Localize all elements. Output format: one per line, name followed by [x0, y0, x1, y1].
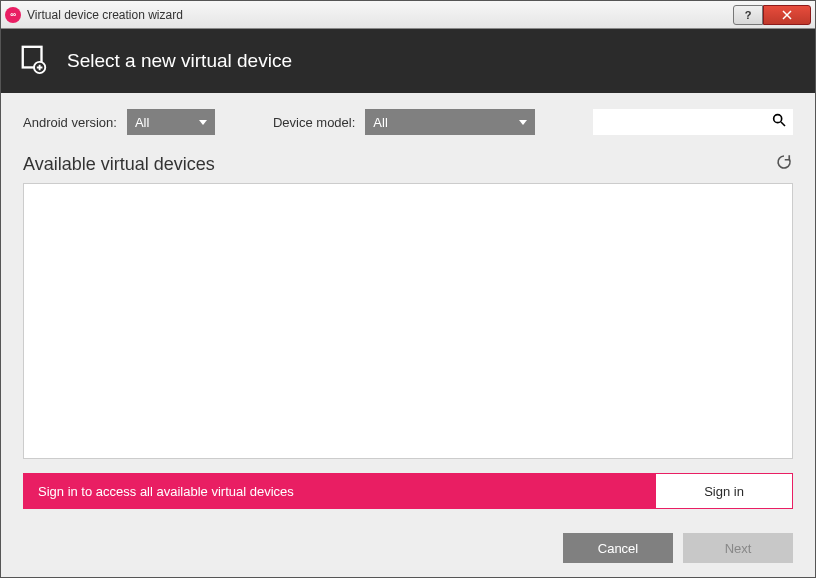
signin-message: Sign in to access all available virtual … [38, 484, 656, 499]
wizard-window: ∞ Virtual device creation wizard ? Selec… [0, 0, 816, 578]
svg-line-3 [781, 122, 785, 126]
content-area: Android version: All Device model: All A… [1, 93, 815, 519]
search-box[interactable] [593, 109, 793, 135]
device-add-icon [19, 44, 49, 78]
titlebar: ∞ Virtual device creation wizard ? [1, 1, 815, 29]
filter-row: Android version: All Device model: All [23, 109, 793, 135]
device-model-select[interactable]: All [365, 109, 535, 135]
wizard-header: Select a new virtual device [1, 29, 815, 93]
device-list[interactable] [23, 183, 793, 459]
device-model-value: All [373, 115, 387, 130]
titlebar-controls: ? [733, 5, 811, 25]
device-model-label: Device model: [273, 115, 355, 130]
refresh-icon[interactable] [775, 153, 793, 175]
search-input[interactable] [599, 115, 771, 130]
svg-point-2 [774, 115, 782, 123]
chevron-down-icon [199, 120, 207, 125]
list-title: Available virtual devices [23, 154, 215, 175]
android-version-select[interactable]: All [127, 109, 215, 135]
window-title: Virtual device creation wizard [27, 8, 733, 22]
android-version-label: Android version: [23, 115, 117, 130]
android-version-value: All [135, 115, 149, 130]
signin-banner: Sign in to access all available virtual … [23, 473, 793, 509]
help-button[interactable]: ? [733, 5, 763, 25]
cancel-button[interactable]: Cancel [563, 533, 673, 563]
footer: Cancel Next [1, 519, 815, 577]
signin-button[interactable]: Sign in [656, 474, 792, 508]
app-icon: ∞ [5, 7, 21, 23]
next-button[interactable]: Next [683, 533, 793, 563]
page-title: Select a new virtual device [67, 50, 292, 72]
search-icon[interactable] [771, 112, 787, 132]
list-header: Available virtual devices [23, 153, 793, 175]
chevron-down-icon [519, 120, 527, 125]
close-button[interactable] [763, 5, 811, 25]
